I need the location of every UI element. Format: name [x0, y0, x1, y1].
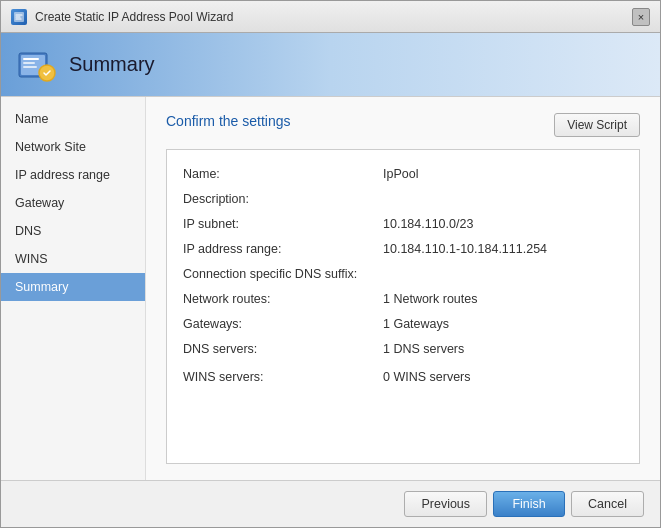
settings-label: Network routes:	[183, 289, 383, 309]
settings-row: Gateways:1 Gateways	[183, 314, 623, 334]
settings-label: Gateways:	[183, 314, 383, 334]
title-bar-left: Create Static IP Address Pool Wizard	[11, 9, 234, 25]
view-script-button[interactable]: View Script	[554, 113, 640, 137]
settings-value: 1 Network routes	[383, 289, 477, 309]
confirm-header: Confirm the settings View Script	[166, 113, 640, 137]
finish-button[interactable]: Finish	[493, 491, 565, 517]
window-icon	[11, 9, 27, 25]
sidebar-item-network-site[interactable]: Network Site	[1, 133, 145, 161]
previous-button[interactable]: Previous	[404, 491, 487, 517]
header-banner: Summary	[1, 33, 660, 97]
svg-rect-5	[23, 66, 37, 68]
settings-row: Network routes:1 Network routes	[183, 289, 623, 309]
svg-rect-3	[23, 58, 39, 60]
sidebar-item-dns[interactable]: DNS	[1, 217, 145, 245]
settings-box: Name:IpPoolDescription:IP subnet:10.184.…	[166, 149, 640, 464]
cancel-button[interactable]: Cancel	[571, 491, 644, 517]
settings-value: 0 WINS servers	[383, 367, 471, 387]
settings-row: DNS servers:1 DNS servers	[183, 339, 623, 359]
settings-label: Description:	[183, 189, 383, 209]
sidebar-item-summary[interactable]: Summary	[1, 273, 145, 301]
page-title: Summary	[69, 53, 155, 76]
svg-rect-4	[23, 62, 35, 64]
settings-label: Connection specific DNS suffix:	[183, 264, 383, 284]
main-content: Confirm the settings View Script Name:Ip…	[146, 97, 660, 480]
settings-label: Name:	[183, 164, 383, 184]
wizard-window: Create Static IP Address Pool Wizard × S…	[0, 0, 661, 528]
settings-value: 10.184.110.0/23	[383, 214, 473, 234]
close-button[interactable]: ×	[632, 8, 650, 26]
settings-row: WINS servers:0 WINS servers	[183, 367, 623, 387]
settings-label: IP subnet:	[183, 214, 383, 234]
settings-value: 1 Gateways	[383, 314, 449, 334]
settings-row: Connection specific DNS suffix:	[183, 264, 623, 284]
sidebar-item-ip-address-range[interactable]: IP address range	[1, 161, 145, 189]
title-bar: Create Static IP Address Pool Wizard ×	[1, 1, 660, 33]
settings-label: WINS servers:	[183, 367, 383, 387]
settings-label: DNS servers:	[183, 339, 383, 359]
footer: Previous Finish Cancel	[1, 480, 660, 527]
sidebar-item-name[interactable]: Name	[1, 105, 145, 133]
settings-label: IP address range:	[183, 239, 383, 259]
wizard-icon	[17, 45, 57, 85]
settings-value: IpPool	[383, 164, 418, 184]
sidebar: NameNetwork SiteIP address rangeGatewayD…	[1, 97, 146, 480]
settings-row: IP subnet:10.184.110.0/23	[183, 214, 623, 234]
settings-value: 1 DNS servers	[383, 339, 464, 359]
confirm-title: Confirm the settings	[166, 113, 291, 129]
settings-value: 10.184.110.1-10.184.111.254	[383, 239, 547, 259]
settings-row: Description:	[183, 189, 623, 209]
sidebar-item-wins[interactable]: WINS	[1, 245, 145, 273]
window-title: Create Static IP Address Pool Wizard	[35, 10, 234, 24]
settings-row: Name:IpPool	[183, 164, 623, 184]
sidebar-item-gateway[interactable]: Gateway	[1, 189, 145, 217]
settings-row: IP address range:10.184.110.1-10.184.111…	[183, 239, 623, 259]
content-area: NameNetwork SiteIP address rangeGatewayD…	[1, 97, 660, 480]
